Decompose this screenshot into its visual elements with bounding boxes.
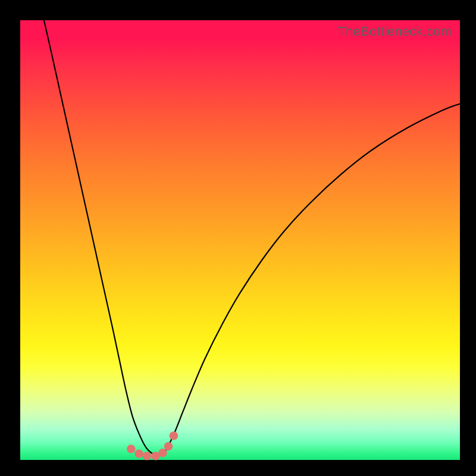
curve-markers (127, 431, 178, 460)
bottleneck-curve (20, 20, 460, 460)
chart-frame: TheBottleneck.com (0, 0, 476, 476)
curve-marker (158, 449, 167, 457)
curve-line (44, 20, 460, 455)
plot-area: TheBottleneck.com (20, 20, 460, 460)
curve-marker (127, 444, 135, 453)
curve-marker (143, 452, 151, 460)
curve-marker (170, 431, 178, 440)
curve-marker (164, 442, 173, 450)
curve-marker (134, 449, 143, 458)
